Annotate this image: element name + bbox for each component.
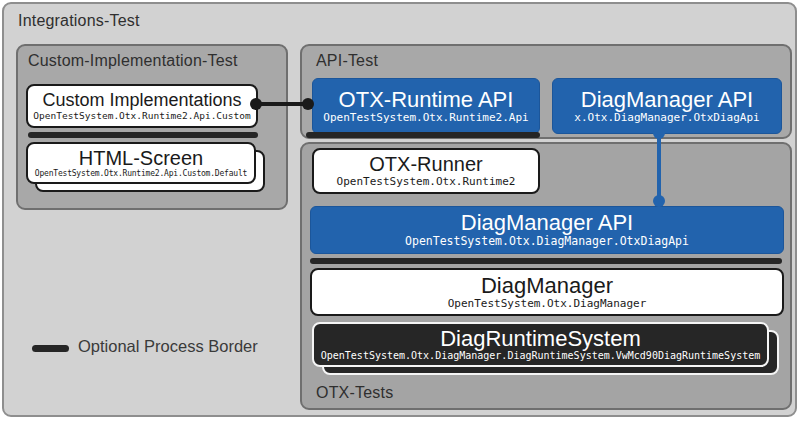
- process-border-line: [310, 258, 782, 264]
- container-otx-tests: OTX-Runner OpenTestSystem.Otx.Runtime2 D…: [300, 142, 792, 410]
- node-custom-implementations-title: Custom Implementations: [42, 91, 241, 110]
- container-integrations-test: Integrations-Test Custom-Implementation-…: [2, 2, 797, 417]
- node-diagmanager-api-inner-title: DiagManager API: [461, 211, 633, 234]
- node-diag-runtime-system-subtitle: OpenTestSystem.Otx.DiagManager.DiagRunti…: [321, 350, 761, 363]
- container-api-test: API-Test OTX-Runtime API OpenTestSystem.…: [300, 44, 792, 139]
- container-integrations-test-label: Integrations-Test: [18, 12, 140, 30]
- node-diagmanager: DiagManager OpenTestSystem.Otx.DiagManag…: [310, 268, 784, 316]
- node-diagmanager-title: DiagManager: [481, 274, 613, 297]
- node-diagmanager-api-top-title: DiagManager API: [581, 88, 753, 111]
- node-otx-runner: OTX-Runner OpenTestSystem.Otx.Runtime2: [312, 148, 540, 194]
- container-api-test-label: API-Test: [316, 52, 378, 70]
- node-html-screen-subtitle: OpenTestSystem.Otx.Runtime2.Api.Custom.D…: [35, 169, 247, 179]
- connector-endpoint-dot: [653, 127, 665, 139]
- node-otx-runtime-api: OTX-Runtime API OpenTestSystem.Otx.Runti…: [312, 78, 540, 134]
- legend-label: Optional Process Border: [78, 337, 258, 356]
- connector-endpoint-dot: [302, 98, 314, 110]
- node-diagmanager-api-top: DiagManager API x.Otx.DiagManager.OtxDia…: [552, 78, 782, 134]
- node-diag-runtime-system-title: DiagRuntimeSystem: [440, 327, 641, 350]
- process-border-line: [28, 132, 258, 138]
- container-otx-tests-label: OTX-Tests: [316, 384, 393, 402]
- node-diagmanager-api-inner-subtitle: OpenTestSystem.Otx.DiagManager.OtxDiagAp…: [405, 234, 689, 248]
- node-otx-runtime-api-subtitle: OpenTestSystem.Otx.Runtime2.Api: [323, 111, 528, 125]
- node-html-screen: HTML-Screen OpenTestSystem.Otx.Runtime2.…: [26, 142, 256, 184]
- connector-endpoint-dot: [250, 98, 262, 110]
- node-custom-implementations: Custom Implementations OpenTestSystem.Ot…: [26, 84, 258, 128]
- legend-process-border-sample-line: [32, 345, 69, 352]
- process-border-line: [306, 132, 540, 138]
- diagram-canvas: Integrations-Test Custom-Implementation-…: [0, 0, 800, 421]
- node-diagmanager-subtitle: OpenTestSystem.Otx.DiagManager: [448, 297, 647, 311]
- node-otx-runner-title: OTX-Runner: [369, 154, 482, 175]
- container-custom-implementation-test: Custom-Implementation-Test Custom Implem…: [16, 44, 288, 210]
- node-diag-runtime-system: DiagRuntimeSystem OpenTestSystem.Otx.Dia…: [312, 322, 769, 367]
- connector-endpoint-dot: [653, 195, 665, 207]
- node-diagmanager-api-top-subtitle: x.Otx.DiagManager.OtxDiagApi: [574, 111, 759, 125]
- node-diagmanager-api-inner: DiagManager API OpenTestSystem.Otx.DiagM…: [310, 206, 784, 254]
- node-otx-runner-subtitle: OpenTestSystem.Otx.Runtime2: [337, 175, 516, 189]
- container-custom-implementation-test-label: Custom-Implementation-Test: [28, 52, 238, 70]
- node-html-screen-title: HTML-Screen: [79, 148, 203, 169]
- node-custom-implementations-subtitle: OpenTestSystem.Otx.Runtime2.Api.Custom: [33, 110, 250, 122]
- node-otx-runtime-api-title: OTX-Runtime API: [339, 88, 514, 111]
